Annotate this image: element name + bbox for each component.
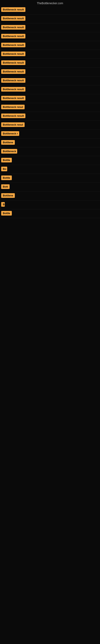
result-row: Bott bbox=[0, 183, 100, 192]
bottleneck-badge[interactable]: Bo bbox=[1, 167, 7, 171]
result-row: Bottleneck result bbox=[0, 50, 100, 59]
result-row: Bottleneck result bbox=[0, 112, 100, 121]
result-row: Bottleneck result bbox=[0, 6, 100, 14]
result-row: Bottleneck result bbox=[0, 85, 100, 94]
bottleneck-badge[interactable]: B bbox=[1, 202, 5, 207]
result-row: Bottleneck result bbox=[0, 94, 100, 103]
result-row: Bottleneck bbox=[0, 147, 100, 156]
bottleneck-badge[interactable]: Bottle bbox=[1, 211, 12, 216]
result-row: Bottleneck r bbox=[0, 130, 100, 138]
bottleneck-badge[interactable]: Bottleneck result bbox=[1, 114, 25, 118]
bottleneck-badge[interactable]: Bottleneck result bbox=[1, 25, 25, 30]
bottleneck-badge[interactable]: Bottle bbox=[1, 176, 12, 180]
site-title: TheBottlenecker.com bbox=[0, 0, 100, 6]
bottleneck-badge[interactable]: Bottleneck resul bbox=[1, 122, 25, 127]
result-row: Bottle bbox=[0, 156, 100, 165]
result-row: Bottleneck result bbox=[0, 32, 100, 41]
bottleneck-badge[interactable]: Bottlene bbox=[1, 140, 15, 145]
result-row: Bottle bbox=[0, 209, 100, 218]
site-header: TheBottlenecker.com bbox=[0, 0, 100, 6]
bottleneck-badge[interactable]: Bott bbox=[1, 184, 10, 189]
bottleneck-badge[interactable]: Bottleneck result bbox=[1, 78, 25, 83]
bottleneck-badge[interactable]: Bottle bbox=[1, 158, 12, 162]
result-row: Bottleneck result bbox=[0, 59, 100, 68]
bottleneck-badge[interactable]: Bottlene bbox=[1, 193, 15, 198]
result-row: Bottleneck resul bbox=[0, 103, 100, 112]
bottleneck-badge[interactable]: Bottleneck result bbox=[1, 52, 25, 56]
result-row: Bottleneck result bbox=[0, 23, 100, 32]
bottleneck-badge[interactable]: Bottleneck result bbox=[1, 34, 25, 38]
bottleneck-badge[interactable]: Bottleneck resul bbox=[1, 105, 25, 109]
bottleneck-badge[interactable]: Bottleneck result bbox=[1, 69, 25, 74]
bottleneck-badge[interactable]: Bottleneck result bbox=[1, 87, 25, 92]
result-row: Bottleneck result bbox=[0, 14, 100, 23]
result-row: Bo bbox=[0, 165, 100, 174]
results-list: Bottleneck resultBottleneck resultBottle… bbox=[0, 6, 100, 218]
result-row: Bottleneck resul bbox=[0, 121, 100, 130]
result-row: Bottleneck result bbox=[0, 41, 100, 50]
bottleneck-badge[interactable]: Bottleneck result bbox=[1, 7, 25, 12]
bottleneck-badge[interactable]: Bottleneck result bbox=[1, 96, 25, 100]
bottleneck-badge[interactable]: Bottleneck result bbox=[1, 60, 25, 65]
result-row: Bottlene bbox=[0, 192, 100, 200]
result-row: B bbox=[0, 200, 100, 209]
result-row: Bottleneck result bbox=[0, 76, 100, 85]
bottleneck-badge[interactable]: Bottleneck r bbox=[1, 131, 19, 136]
bottleneck-badge[interactable]: Bottleneck result bbox=[1, 16, 25, 21]
bottleneck-badge[interactable]: Bottleneck result bbox=[1, 43, 25, 47]
bottleneck-badge[interactable]: Bottleneck bbox=[1, 149, 17, 154]
result-row: Bottleneck result bbox=[0, 68, 100, 76]
result-row: Bottle bbox=[0, 174, 100, 183]
result-row: Bottlene bbox=[0, 138, 100, 147]
